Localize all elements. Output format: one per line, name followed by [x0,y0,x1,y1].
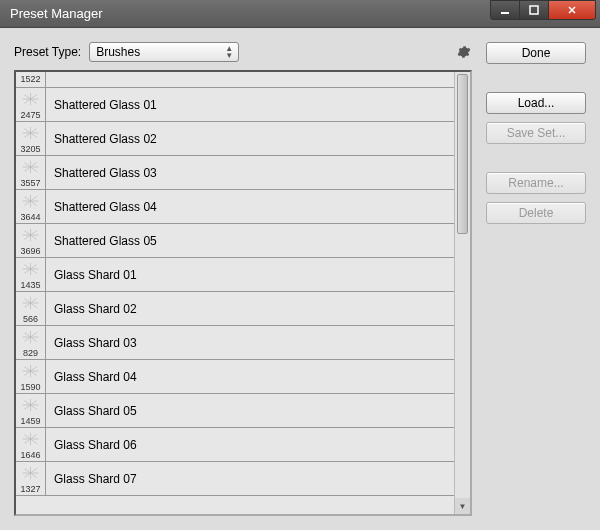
brush-size: 3557 [20,178,40,188]
brush-swatch: 2475 [16,88,46,121]
list-item[interactable]: 1327Glass Shard 07 [16,462,454,496]
brush-size: 2475 [20,110,40,120]
brush-name: Shattered Glass 02 [46,132,157,146]
load-button[interactable]: Load... [486,92,586,114]
window-title: Preset Manager [10,6,491,21]
scrollbar[interactable]: ▼ [454,72,470,514]
preset-type-row: Preset Type: Brushes ▲▼ [14,42,472,62]
right-panel: Done Load... Save Set... Rename... Delet… [486,42,586,516]
brush-list[interactable]: 1522 2475Shattered Glass 013205Shattered… [16,72,454,514]
brush-name: Glass Shard 06 [46,438,137,452]
close-button[interactable] [548,0,596,20]
dropdown-value: Brushes [96,45,140,59]
brush-size: 1590 [20,382,40,392]
brush-preview-icon [20,328,41,346]
left-panel: Preset Type: Brushes ▲▼ 152 [14,42,472,516]
done-button[interactable]: Done [486,42,586,64]
preset-type-dropdown[interactable]: Brushes ▲▼ [89,42,239,62]
maximize-button[interactable] [519,0,549,20]
titlebar[interactable]: Preset Manager [0,0,600,28]
brush-size: 1646 [20,450,40,460]
brush-name: Glass Shard 03 [46,336,137,350]
brush-preview-icon [20,294,41,312]
brush-preview-icon [20,192,41,210]
window-controls [491,0,596,20]
brush-swatch: 3557 [16,156,46,189]
scroll-down-button[interactable]: ▼ [455,498,470,514]
brush-size: 3644 [20,212,40,222]
brush-swatch: 829 [16,326,46,359]
brush-size: 1435 [20,280,40,290]
list-item[interactable]: 2475Shattered Glass 01 [16,88,454,122]
brush-size: 1459 [20,416,40,426]
brush-size: 566 [23,314,38,324]
list-item[interactable]: 1522 [16,72,454,88]
brush-size: 829 [23,348,38,358]
brush-swatch: 1459 [16,394,46,427]
brush-size: 3696 [20,246,40,256]
list-item[interactable]: 3205Shattered Glass 02 [16,122,454,156]
svg-rect-1 [530,6,538,14]
brush-name: Glass Shard 01 [46,268,137,282]
list-item[interactable]: 566Glass Shard 02 [16,292,454,326]
list-item[interactable]: 3696Shattered Glass 05 [16,224,454,258]
minimize-button[interactable] [490,0,520,20]
brush-swatch: 1646 [16,428,46,461]
brush-swatch: 566 [16,292,46,325]
brush-preview-icon [20,464,41,482]
brush-preview-icon [20,396,41,414]
brush-swatch: 1522 [16,72,46,87]
brush-preview-icon [20,260,41,278]
brush-name: Shattered Glass 03 [46,166,157,180]
brush-preview-icon [20,430,41,448]
brush-swatch: 3644 [16,190,46,223]
list-item[interactable]: 1435Glass Shard 01 [16,258,454,292]
gear-icon [457,45,471,59]
svg-rect-0 [501,12,509,14]
brush-preview-icon [20,226,41,244]
brush-name: Glass Shard 05 [46,404,137,418]
list-item[interactable]: 3557Shattered Glass 03 [16,156,454,190]
brush-swatch: 1327 [16,462,46,495]
brush-preview-icon [20,90,41,108]
save-set-button[interactable]: Save Set... [486,122,586,144]
brush-swatch: 1590 [16,360,46,393]
client-area: Preset Type: Brushes ▲▼ 152 [0,28,600,530]
chevron-updown-icon: ▲▼ [225,45,233,59]
brush-name: Shattered Glass 04 [46,200,157,214]
brush-name: Shattered Glass 05 [46,234,157,248]
brush-name: Shattered Glass 01 [46,98,157,112]
brush-preview-icon [20,362,41,380]
brush-name: Glass Shard 07 [46,472,137,486]
preset-type-label: Preset Type: [14,45,81,59]
list-item[interactable]: 1590Glass Shard 04 [16,360,454,394]
brush-swatch: 1435 [16,258,46,291]
preset-manager-window: Preset Manager Preset Type: Brushes ▲▼ [0,0,600,530]
rename-button[interactable]: Rename... [486,172,586,194]
brush-preview-icon [20,158,41,176]
brush-size: 1327 [20,484,40,494]
brush-name: Glass Shard 04 [46,370,137,384]
delete-button[interactable]: Delete [486,202,586,224]
brush-name: Glass Shard 02 [46,302,137,316]
list-item[interactable]: 3644Shattered Glass 04 [16,190,454,224]
brush-swatch: 3205 [16,122,46,155]
brush-size: 3205 [20,144,40,154]
list-item[interactable]: 1459Glass Shard 05 [16,394,454,428]
brush-size: 1522 [20,74,40,84]
gear-button[interactable] [456,44,472,60]
brush-swatch: 3696 [16,224,46,257]
list-item[interactable]: 1646Glass Shard 06 [16,428,454,462]
brush-preview-icon [20,124,41,142]
brush-list-container: 1522 2475Shattered Glass 013205Shattered… [14,70,472,516]
list-item[interactable]: 829Glass Shard 03 [16,326,454,360]
scroll-thumb[interactable] [457,74,468,234]
